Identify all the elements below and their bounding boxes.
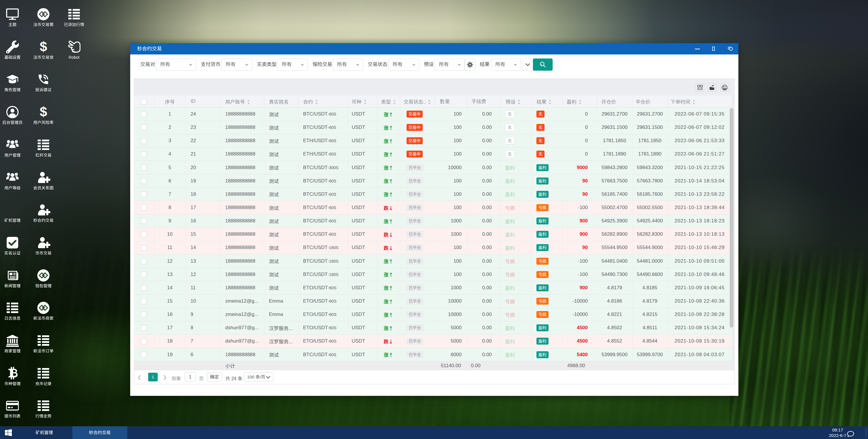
svg-text:$: $	[40, 40, 47, 53]
svg-text:$: $	[40, 106, 47, 118]
